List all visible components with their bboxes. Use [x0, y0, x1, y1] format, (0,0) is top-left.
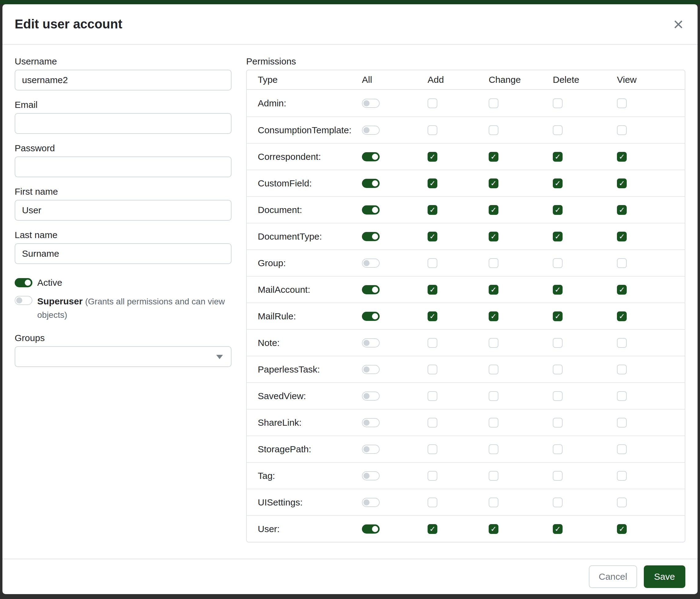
permission-view-checkbox[interactable]	[617, 205, 627, 215]
email-input[interactable]	[15, 113, 231, 134]
permission-change-checkbox[interactable]	[489, 365, 498, 375]
permission-all-toggle[interactable]	[362, 471, 380, 480]
permission-change-checkbox[interactable]	[489, 258, 498, 268]
permission-change-checkbox[interactable]	[489, 471, 498, 481]
cancel-button[interactable]: Cancel	[589, 566, 637, 588]
permission-delete-checkbox[interactable]	[553, 285, 562, 295]
permission-view-checkbox[interactable]	[617, 152, 627, 162]
permission-add-checkbox[interactable]	[428, 524, 438, 534]
permission-delete-checkbox[interactable]	[553, 125, 562, 135]
permission-view-checkbox[interactable]	[617, 445, 627, 454]
permission-change-checkbox[interactable]	[489, 418, 498, 428]
permission-view-checkbox[interactable]	[617, 125, 627, 135]
permission-all-toggle[interactable]	[362, 445, 380, 454]
permission-add-checkbox[interactable]	[428, 418, 438, 428]
permission-view-checkbox[interactable]	[617, 524, 627, 534]
permission-delete-checkbox[interactable]	[553, 98, 562, 108]
permission-all-toggle[interactable]	[362, 524, 380, 534]
permission-delete-checkbox[interactable]	[553, 391, 562, 401]
permission-delete-checkbox[interactable]	[553, 418, 562, 428]
permission-all-toggle[interactable]	[362, 365, 380, 374]
permission-view-checkbox[interactable]	[617, 338, 627, 348]
permission-add-checkbox[interactable]	[428, 125, 438, 135]
permission-all-toggle[interactable]	[362, 179, 380, 188]
permission-add-checkbox[interactable]	[428, 152, 438, 162]
permission-delete-checkbox[interactable]	[553, 205, 562, 215]
permission-change-checkbox[interactable]	[489, 498, 498, 507]
username-input[interactable]	[15, 70, 231, 91]
permission-add-checkbox[interactable]	[428, 338, 438, 348]
permission-change-checkbox[interactable]	[489, 338, 498, 348]
permission-all-toggle[interactable]	[362, 391, 380, 401]
permission-change-checkbox[interactable]	[489, 445, 498, 454]
permission-view-checkbox[interactable]	[617, 418, 627, 428]
close-icon[interactable]: ×	[671, 15, 685, 33]
permission-all-toggle[interactable]	[362, 99, 380, 108]
permission-all-toggle[interactable]	[362, 312, 380, 321]
permission-type-cell: ShareLink:	[247, 417, 362, 428]
permission-add-checkbox[interactable]	[428, 178, 438, 188]
permission-row: UISettings:	[247, 489, 685, 515]
permission-add-checkbox[interactable]	[428, 258, 438, 268]
permission-change-checkbox[interactable]	[489, 232, 498, 241]
permission-delete-checkbox[interactable]	[553, 258, 562, 268]
permission-change-checkbox[interactable]	[489, 391, 498, 401]
permission-add-checkbox[interactable]	[428, 445, 438, 454]
permission-delete-checkbox[interactable]	[553, 365, 562, 375]
permission-add-checkbox[interactable]	[428, 391, 438, 401]
permission-add-checkbox[interactable]	[428, 365, 438, 375]
permission-view-checkbox[interactable]	[617, 365, 627, 375]
permission-change-checkbox[interactable]	[489, 125, 498, 135]
permission-type-label: ConsumptionTemplate:	[258, 125, 352, 136]
save-button[interactable]: Save	[644, 566, 685, 588]
permission-all-toggle[interactable]	[362, 338, 380, 348]
permission-change-checkbox[interactable]	[489, 205, 498, 215]
permission-view-checkbox[interactable]	[617, 471, 627, 481]
permission-all-toggle[interactable]	[362, 152, 380, 161]
permission-all-toggle[interactable]	[362, 206, 380, 215]
permission-change-checkbox[interactable]	[489, 285, 498, 295]
superuser-toggle[interactable]	[15, 296, 32, 305]
permission-change-checkbox[interactable]	[489, 178, 498, 188]
permission-change-checkbox[interactable]	[489, 524, 498, 534]
groups-select[interactable]	[15, 346, 231, 367]
permission-add-checkbox[interactable]	[428, 98, 438, 108]
permission-delete-checkbox[interactable]	[553, 498, 562, 507]
permission-delete-checkbox[interactable]	[553, 338, 562, 348]
permission-delete-checkbox[interactable]	[553, 152, 562, 162]
permission-all-toggle[interactable]	[362, 232, 380, 241]
permission-view-checkbox[interactable]	[617, 285, 627, 295]
permission-delete-checkbox[interactable]	[553, 178, 562, 188]
permission-all-toggle[interactable]	[362, 498, 380, 507]
permission-view-checkbox[interactable]	[617, 178, 627, 188]
permission-all-toggle[interactable]	[362, 418, 380, 427]
permission-add-checkbox[interactable]	[428, 285, 438, 295]
first-name-input[interactable]	[15, 200, 231, 221]
permission-delete-checkbox[interactable]	[553, 445, 562, 454]
permission-add-checkbox[interactable]	[428, 498, 438, 507]
permission-add-checkbox[interactable]	[428, 205, 438, 215]
permission-view-checkbox[interactable]	[617, 311, 627, 321]
permission-view-checkbox[interactable]	[617, 498, 627, 507]
permission-all-toggle[interactable]	[362, 126, 380, 135]
last-name-input[interactable]	[15, 243, 231, 264]
permission-change-checkbox[interactable]	[489, 152, 498, 162]
permission-change-checkbox[interactable]	[489, 311, 498, 321]
permission-delete-checkbox[interactable]	[553, 471, 562, 481]
permission-view-checkbox[interactable]	[617, 258, 627, 268]
permission-all-toggle[interactable]	[362, 285, 380, 294]
permission-add-checkbox[interactable]	[428, 311, 438, 321]
permission-delete-checkbox[interactable]	[553, 311, 562, 321]
permission-view-checkbox[interactable]	[617, 391, 627, 401]
permissions-label: Permissions	[246, 56, 685, 67]
permission-all-toggle[interactable]	[362, 259, 380, 268]
permission-change-checkbox[interactable]	[489, 98, 498, 108]
permission-view-checkbox[interactable]	[617, 232, 627, 241]
active-toggle[interactable]	[15, 278, 32, 287]
permission-delete-checkbox[interactable]	[553, 524, 562, 534]
password-input[interactable]	[15, 157, 231, 177]
permission-add-checkbox[interactable]	[428, 232, 438, 241]
permission-add-checkbox[interactable]	[428, 471, 438, 481]
permission-delete-checkbox[interactable]	[553, 232, 562, 241]
permission-view-checkbox[interactable]	[617, 98, 627, 108]
